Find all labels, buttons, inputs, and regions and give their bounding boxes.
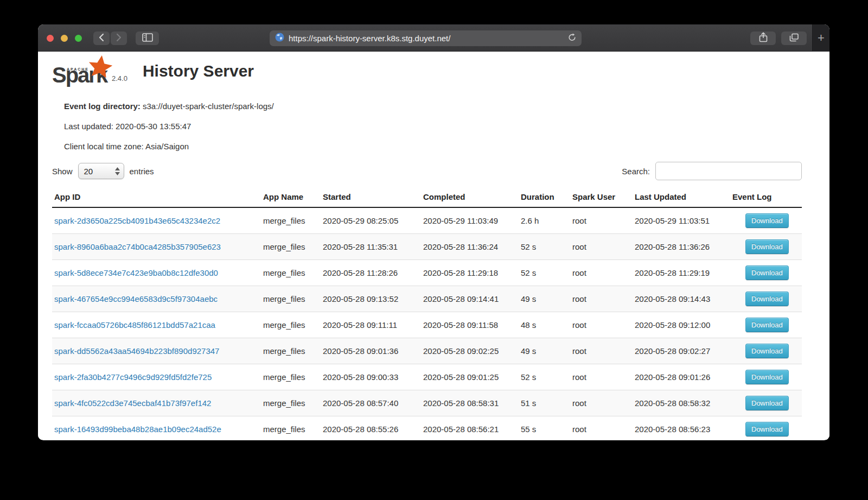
last-updated-cell: 2020-05-28 09:01:26: [633, 364, 730, 390]
minimize-window-button[interactable]: [61, 35, 68, 42]
zoom-window-button[interactable]: [75, 35, 82, 42]
spark-user-cell: root: [570, 338, 633, 364]
tabs-icon: [789, 33, 799, 44]
reload-icon[interactable]: [568, 33, 576, 44]
app-id-link[interactable]: spark-5d8ece734e7c423e9ba0b8c12dfe30d0: [54, 268, 218, 277]
duration-cell: 49 s: [519, 338, 570, 364]
app-name-cell: merge_files: [261, 364, 321, 390]
download-button[interactable]: Download: [745, 396, 789, 410]
col-header-started[interactable]: Started: [321, 187, 421, 207]
app-name-cell: merge_files: [261, 312, 321, 338]
spark-user-cell: root: [570, 234, 633, 260]
completed-cell: 2020-05-28 08:58:31: [421, 390, 519, 416]
table-row: spark-dd5562a43aa54694b223bf890d927347 m…: [52, 338, 802, 364]
download-button[interactable]: Download: [745, 422, 789, 436]
completed-cell: 2020-05-28 09:02:25: [421, 338, 519, 364]
download-button[interactable]: Download: [745, 344, 789, 358]
tab-overview-button[interactable]: [781, 31, 807, 45]
spark-user-cell: root: [570, 390, 633, 416]
completed-cell: 2020-05-28 08:56:21: [421, 416, 519, 440]
started-cell: 2020-05-28 09:13:52: [321, 286, 421, 312]
completed-cell: 2020-05-28 09:14:41: [421, 286, 519, 312]
app-id-link[interactable]: spark-16493d99beba48b28ae1b09ec24ad52e: [54, 425, 221, 434]
started-cell: 2020-05-28 09:00:33: [321, 364, 421, 390]
table-row: spark-fccaa05726bc485f86121bdd57a21caa m…: [52, 312, 802, 338]
app-name-cell: merge_files: [261, 207, 321, 234]
duration-cell: 52 s: [519, 234, 570, 260]
url-bar[interactable]: https://spark-history-server.k8s.stg.duy…: [270, 30, 582, 46]
event-log-directory-value: s3a://duyet-spark-cluster/spark-logs/: [143, 102, 274, 111]
col-header-app-id[interactable]: App ID: [52, 187, 261, 207]
started-cell: 2020-05-28 08:57:40: [321, 390, 421, 416]
completed-cell: 2020-05-28 11:36:24: [421, 234, 519, 260]
info-block: Event log directory: s3a://duyet-spark-c…: [64, 102, 802, 151]
completed-cell: 2020-05-29 11:03:49: [421, 207, 519, 234]
col-header-completed[interactable]: Completed: [421, 187, 519, 207]
spark-user-cell: root: [570, 260, 633, 286]
spark-user-cell: root: [570, 416, 633, 440]
share-button[interactable]: [750, 31, 776, 45]
col-header-app-name[interactable]: App Name: [261, 187, 321, 207]
last-updated-cell: 2020-05-28 11:36:26: [633, 234, 730, 260]
started-cell: 2020-05-28 09:11:11: [321, 312, 421, 338]
download-button[interactable]: Download: [745, 265, 789, 280]
duration-cell: 2.6 h: [519, 207, 570, 234]
started-cell: 2020-05-29 08:25:05: [321, 207, 421, 234]
app-id-link[interactable]: spark-4fc0522cd3e745ecbaf41b73f97ef142: [54, 398, 211, 408]
table-row: spark-16493d99beba48b28ae1b09ec24ad52e m…: [52, 416, 802, 440]
duration-cell: 52 s: [519, 260, 570, 286]
spark-star-icon: [87, 55, 114, 80]
app-id-link[interactable]: spark-2fa30b4277c9496c9d929fd5fd2fe725: [54, 372, 212, 382]
col-header-duration[interactable]: Duration: [519, 187, 570, 207]
new-tab-button[interactable]: +: [812, 24, 829, 52]
col-header-last-updated[interactable]: Last Updated: [633, 187, 730, 207]
download-button[interactable]: Download: [745, 318, 789, 332]
last-updated-cell: 2020-05-28 08:56:23: [633, 416, 730, 440]
table-row: spark-5d8ece734e7c423e9ba0b8c12dfe30d0 m…: [52, 260, 802, 286]
page-size-select[interactable]: 20: [78, 163, 124, 179]
last-updated-cell: 2020-05-28 09:14:43: [633, 286, 730, 312]
app-id-link[interactable]: spark-2d3650a225cb4091b43e65c43234e2c2: [54, 216, 220, 225]
download-button[interactable]: Download: [745, 213, 789, 228]
table-row: spark-467654e9cc994e6583d9c5f97304aebc m…: [52, 286, 802, 312]
chevron-left-icon: [99, 33, 104, 44]
duration-cell: 52 s: [519, 364, 570, 390]
back-button[interactable]: [93, 31, 110, 45]
last-updated-line: Last updated: 2020-05-30 13:55:47: [64, 122, 802, 131]
page-size-value: 20: [84, 167, 93, 176]
table-row: spark-2fa30b4277c9496c9d929fd5fd2fe725 m…: [52, 364, 802, 390]
app-name-cell: merge_files: [261, 416, 321, 440]
app-id-link[interactable]: spark-8960a6baa2c74b0ca4285b357905e623: [54, 242, 221, 251]
started-cell: 2020-05-28 09:01:36: [321, 338, 421, 364]
forward-button[interactable]: [111, 31, 127, 45]
search-input[interactable]: [655, 162, 802, 180]
spark-user-cell: root: [570, 286, 633, 312]
download-button[interactable]: Download: [745, 239, 789, 254]
table-body: spark-2d3650a225cb4091b43e65c43234e2c2 m…: [52, 207, 802, 440]
table-header-row: App ID App Name Started Completed Durati…: [52, 187, 802, 207]
last-updated-cell: 2020-05-28 09:12:00: [633, 312, 730, 338]
table-row: spark-8960a6baa2c74b0ca4285b357905e623 m…: [52, 234, 802, 260]
app-id-link[interactable]: spark-fccaa05726bc485f86121bdd57a21caa: [54, 320, 215, 330]
plus-icon: +: [818, 31, 825, 45]
download-button[interactable]: Download: [745, 370, 789, 384]
sidebar-toggle-button[interactable]: [136, 31, 159, 45]
select-stepper-icon: [115, 167, 120, 175]
sidebar-icon: [142, 33, 153, 44]
app-name-cell: merge_files: [261, 390, 321, 416]
table-row: spark-4fc0522cd3e745ecbaf41b73f97ef142 m…: [52, 390, 802, 416]
download-button[interactable]: Download: [745, 292, 789, 306]
app-id-link[interactable]: spark-dd5562a43aa54694b223bf890d927347: [54, 346, 219, 356]
show-label: Show: [52, 167, 73, 176]
last-updated-cell: 2020-05-28 11:29:19: [633, 260, 730, 286]
duration-cell: 51 s: [519, 390, 570, 416]
last-updated-cell: 2020-05-28 09:02:27: [633, 338, 730, 364]
spark-user-cell: root: [570, 312, 633, 338]
close-window-button[interactable]: [47, 35, 54, 42]
col-header-spark-user[interactable]: Spark User: [570, 187, 633, 207]
app-id-link[interactable]: spark-467654e9cc994e6583d9c5f97304aebc: [54, 294, 218, 303]
completed-cell: 2020-05-28 11:29:18: [421, 260, 519, 286]
col-header-event-log[interactable]: Event Log: [730, 187, 802, 207]
spark-user-cell: root: [570, 364, 633, 390]
completed-cell: 2020-05-28 09:11:58: [421, 312, 519, 338]
